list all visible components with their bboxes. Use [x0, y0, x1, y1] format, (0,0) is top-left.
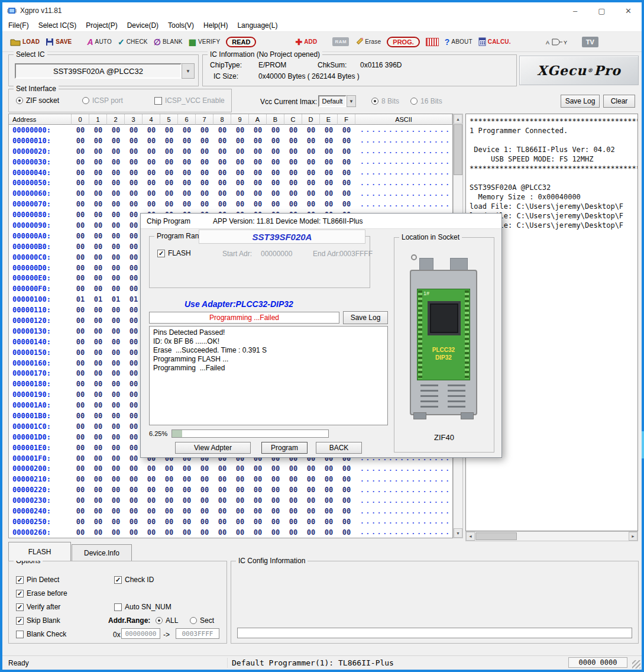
hex-byte[interactable]: 00 — [338, 486, 355, 494]
hex-byte[interactable]: 00 — [125, 189, 143, 198]
hex-byte[interactable]: 00 — [302, 528, 320, 537]
hex-byte[interactable]: 00 — [178, 147, 196, 156]
hex-byte[interactable]: 00 — [302, 126, 320, 134]
hex-byte[interactable]: 00 — [125, 147, 143, 156]
hex-byte[interactable]: 00 — [89, 316, 107, 325]
hex-byte[interactable]: 00 — [160, 200, 178, 208]
range-to-field[interactable]: 0003FFFF — [176, 628, 219, 639]
hex-byte[interactable]: 00 — [267, 486, 284, 494]
hex-byte[interactable]: 00 — [72, 464, 89, 473]
hex-ascii[interactable]: ................ — [355, 465, 452, 473]
hex-byte[interactable]: 00 — [302, 496, 320, 505]
hex-byte[interactable]: 00 — [249, 528, 267, 537]
hex-byte[interactable]: 00 — [249, 137, 267, 145]
hex-byte[interactable]: 00 — [178, 158, 196, 166]
hex-byte[interactable]: 00 — [143, 158, 160, 166]
hex-byte[interactable]: 00 — [89, 327, 107, 335]
hex-byte[interactable]: 00 — [284, 486, 302, 494]
hex-byte[interactable]: 00 — [107, 496, 125, 505]
hex-byte[interactable]: 00 — [89, 338, 107, 346]
hex-byte[interactable]: 01 — [72, 295, 89, 303]
hex-byte[interactable]: 00 — [160, 528, 178, 537]
prog-button[interactable]: PROG. — [384, 35, 422, 49]
check-id-checkbox[interactable]: ✓ — [114, 576, 122, 584]
hex-byte[interactable]: 00 — [249, 518, 267, 526]
hex-byte[interactable]: 00 — [72, 412, 89, 420]
hex-byte[interactable]: 00 — [89, 221, 107, 230]
icsp-vcc-checkbox[interactable]: ✓ — [154, 97, 162, 105]
hex-byte[interactable]: 00 — [107, 348, 125, 357]
hex-byte[interactable]: 00 — [125, 137, 143, 145]
hex-byte[interactable]: 00 — [231, 486, 249, 494]
ic-dropdown-button[interactable]: ▼ — [182, 63, 195, 79]
hex-byte[interactable]: 00 — [143, 126, 160, 134]
auto-sn-checkbox[interactable]: ✓ — [114, 603, 122, 611]
scroll-up-icon[interactable]: ▲ — [454, 114, 462, 124]
hex-byte[interactable]: 00 — [72, 454, 89, 463]
hex-byte[interactable]: 00 — [125, 518, 143, 526]
hex-byte[interactable]: 00 — [231, 518, 249, 526]
hex-byte[interactable]: 00 — [143, 528, 160, 537]
hex-byte[interactable]: 00 — [338, 179, 355, 187]
hex-byte[interactable]: 00 — [160, 137, 178, 145]
hex-byte[interactable]: 00 — [213, 486, 231, 494]
hex-byte[interactable]: 00 — [302, 147, 320, 156]
hex-byte[interactable]: 00 — [89, 528, 107, 537]
verify-button[interactable]: ▦ VERIFY — [186, 37, 224, 47]
hex-byte[interactable]: 00 — [143, 147, 160, 156]
blank-check-checkbox[interactable]: ✓ — [16, 631, 24, 638]
hex-byte[interactable]: 00 — [213, 179, 231, 187]
hex-byte[interactable]: 00 — [231, 189, 249, 198]
save-log-button[interactable]: Save Log — [561, 95, 600, 108]
hex-byte[interactable]: 00 — [231, 200, 249, 208]
hex-header-cell[interactable]: 9 — [231, 114, 249, 125]
hex-byte[interactable]: 00 — [107, 444, 125, 452]
hex-byte[interactable]: 00 — [72, 147, 89, 156]
hex-byte[interactable]: 00 — [249, 486, 267, 494]
hex-byte[interactable]: 00 — [284, 126, 302, 134]
tab-flash[interactable]: FLASH — [8, 542, 71, 561]
hex-byte[interactable]: 00 — [320, 200, 338, 208]
erase-before-checkbox[interactable]: ✓ — [16, 590, 24, 597]
hex-byte[interactable]: 00 — [89, 126, 107, 134]
hex-byte[interactable]: 00 — [178, 189, 196, 198]
hex-header-cell[interactable]: F — [338, 114, 355, 125]
hex-byte[interactable]: 00 — [320, 179, 338, 187]
hex-byte[interactable]: 00 — [284, 475, 302, 483]
hex-byte[interactable]: 00 — [338, 475, 355, 483]
hex-byte[interactable]: 00 — [107, 464, 125, 473]
hex-byte[interactable]: 00 — [196, 475, 213, 483]
hex-byte[interactable]: 00 — [249, 475, 267, 483]
hex-byte[interactable]: 00 — [89, 137, 107, 145]
hex-ascii[interactable]: ................ — [355, 497, 452, 505]
hex-byte[interactable]: 00 — [107, 486, 125, 494]
hex-byte[interactable]: 00 — [72, 380, 89, 388]
hex-byte[interactable]: 00 — [249, 464, 267, 473]
hex-byte[interactable]: 00 — [178, 200, 196, 208]
hex-byte[interactable]: 00 — [213, 528, 231, 537]
hex-byte[interactable]: 00 — [125, 464, 143, 473]
hex-byte[interactable]: 00 — [107, 338, 125, 346]
hex-byte[interactable]: 00 — [107, 306, 125, 314]
hex-byte[interactable]: 00 — [89, 211, 107, 219]
hex-header-cell[interactable]: Address — [9, 114, 72, 125]
hex-byte[interactable]: 00 — [231, 158, 249, 166]
hex-byte[interactable]: 00 — [89, 464, 107, 473]
hex-byte[interactable]: 00 — [249, 189, 267, 198]
hex-byte[interactable]: 00 — [89, 306, 107, 314]
hex-byte[interactable]: 00 — [160, 507, 178, 515]
hex-byte[interactable]: 00 — [160, 169, 178, 177]
hex-byte[interactable]: 00 — [338, 200, 355, 208]
hex-byte[interactable]: 00 — [284, 137, 302, 145]
menu-item[interactable]: Tools(V) — [163, 20, 199, 31]
menu-item[interactable]: Project(P) — [81, 20, 122, 31]
hex-header-cell[interactable]: 6 — [178, 114, 196, 125]
hex-byte[interactable]: 00 — [231, 496, 249, 505]
hex-byte[interactable]: 00 — [213, 475, 231, 483]
hex-byte[interactable]: 00 — [267, 464, 284, 473]
bits16-radio[interactable] — [410, 98, 418, 105]
hex-byte[interactable]: 00 — [231, 475, 249, 483]
hex-byte[interactable]: 00 — [338, 137, 355, 145]
hex-byte[interactable]: 00 — [72, 169, 89, 177]
hex-byte[interactable]: 00 — [143, 507, 160, 515]
